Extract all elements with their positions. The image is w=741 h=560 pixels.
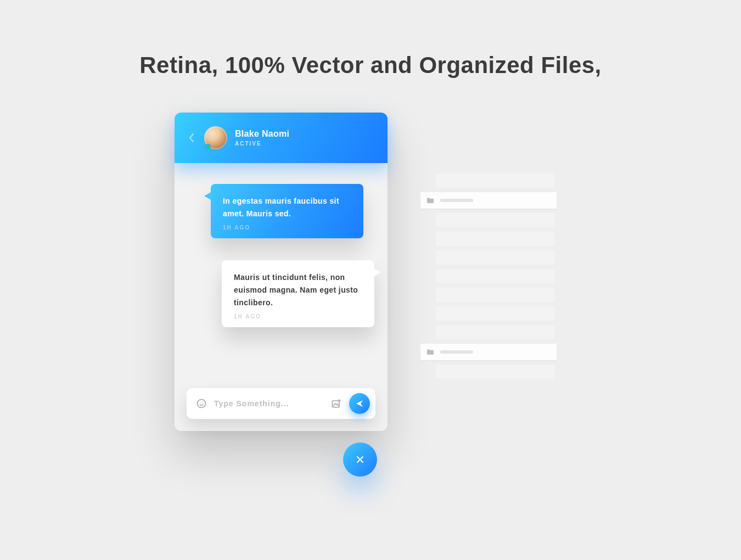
add-image-icon[interactable] bbox=[330, 397, 343, 410]
emoji-icon[interactable] bbox=[195, 397, 207, 410]
page-headline: Retina, 100% Vector and Organized Files, bbox=[0, 52, 741, 79]
contact-info: Blake Naomi ACTIVE bbox=[235, 129, 289, 147]
layer-row bbox=[436, 269, 554, 283]
layer-row bbox=[436, 250, 554, 265]
layer-group[interactable] bbox=[420, 192, 557, 209]
message-bubble-outgoing: Mauris ut tincidunt felis, non euismod m… bbox=[222, 260, 374, 327]
send-button[interactable] bbox=[349, 393, 370, 414]
status-indicator-icon bbox=[205, 144, 211, 149]
layer-row bbox=[436, 232, 554, 246]
svg-point-2 bbox=[203, 402, 203, 403]
svg-point-1 bbox=[200, 402, 200, 403]
layer-label-placeholder bbox=[440, 350, 473, 354]
layers-panel bbox=[436, 173, 554, 383]
message-time: 1H AGO bbox=[234, 313, 362, 320]
message-input[interactable] bbox=[214, 399, 324, 408]
contact-name: Blake Naomi bbox=[235, 129, 289, 139]
close-button[interactable] bbox=[343, 443, 377, 477]
message-bubble-incoming: In egestas mauris faucibus sit amet. Mau… bbox=[211, 184, 363, 238]
message-input-bar bbox=[187, 388, 375, 419]
message-text: Mauris ut tincidunt felis, non euismod m… bbox=[234, 271, 362, 309]
folder-icon bbox=[427, 198, 434, 203]
layer-row bbox=[436, 306, 554, 321]
layer-row bbox=[436, 213, 554, 227]
layer-label-placeholder bbox=[440, 199, 473, 202]
layer-row bbox=[436, 288, 554, 302]
layer-row bbox=[436, 173, 554, 188]
message-time: 1H AGO bbox=[223, 225, 351, 231]
svg-point-0 bbox=[198, 400, 206, 408]
contact-avatar[interactable] bbox=[204, 126, 227, 149]
layer-row bbox=[436, 325, 554, 339]
message-text: In egestas mauris faucibus sit amet. Mau… bbox=[223, 195, 351, 220]
folder-icon bbox=[427, 349, 434, 355]
chat-card: Blake Naomi ACTIVE In egestas mauris fau… bbox=[175, 113, 388, 431]
contact-status: ACTIVE bbox=[235, 141, 289, 147]
chat-header: Blake Naomi ACTIVE bbox=[175, 113, 388, 163]
layer-group[interactable] bbox=[420, 344, 557, 360]
layer-row bbox=[436, 365, 554, 379]
chat-body: In egestas mauris faucibus sit amet. Mau… bbox=[175, 163, 388, 338]
back-icon[interactable] bbox=[187, 133, 197, 143]
